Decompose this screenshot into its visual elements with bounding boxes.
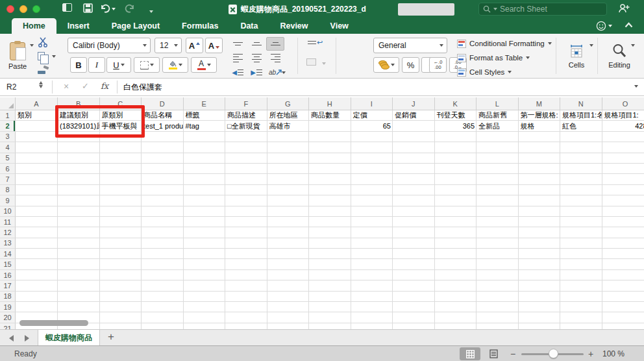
row-header-18[interactable]: 18 (0, 292, 16, 302)
cell-H14[interactable] (309, 249, 351, 259)
conditional-formatting-caret[interactable] (548, 42, 552, 45)
increase-font-size-button[interactable]: A (186, 38, 203, 53)
next-sheet-arrow[interactable] (25, 335, 29, 342)
cell-L2[interactable]: 全新品 (477, 121, 519, 131)
cell-D16[interactable] (142, 270, 184, 280)
cell-E2[interactable]: #tag (184, 121, 226, 131)
cell-D5[interactable] (142, 153, 184, 164)
cell-M9[interactable] (519, 195, 561, 206)
cell-K19[interactable] (435, 302, 477, 312)
cell-D8[interactable] (142, 185, 184, 195)
ribbon-tab-page-layout[interactable]: Page Layout (101, 18, 171, 34)
cell-E5[interactable] (184, 153, 226, 164)
cell-F20[interactable] (225, 312, 267, 323)
merge-center-button[interactable] (306, 58, 316, 66)
cell-M5[interactable] (519, 153, 561, 164)
cell-E7[interactable] (184, 174, 226, 184)
cell-G13[interactable] (267, 238, 310, 249)
cell-I15[interactable] (351, 259, 393, 269)
cell-B14[interactable] (58, 249, 100, 259)
cell-F10[interactable] (225, 206, 267, 217)
cell-I1[interactable]: 定價 (351, 110, 393, 121)
col-header-A[interactable]: A (16, 97, 58, 110)
cell-F18[interactable] (225, 292, 267, 302)
cell-G6[interactable] (267, 164, 310, 174)
cell-O7[interactable] (602, 174, 644, 184)
cell-F3[interactable] (225, 132, 267, 142)
cell-H17[interactable] (309, 280, 351, 291)
cell-D3[interactable] (142, 132, 184, 142)
cell-C19[interactable] (100, 302, 142, 312)
cell-H12[interactable] (309, 227, 351, 238)
cell-F15[interactable] (225, 259, 267, 269)
cell-O8[interactable] (602, 185, 644, 195)
col-header-F[interactable]: F (225, 97, 267, 110)
format-painter-button[interactable] (36, 65, 49, 75)
cell-C7[interactable] (100, 174, 142, 184)
cell-F19[interactable] (225, 302, 267, 312)
cell-I14[interactable] (351, 249, 393, 259)
cell-K12[interactable] (435, 227, 477, 238)
cell-G19[interactable] (267, 302, 310, 312)
cell-G4[interactable] (267, 142, 310, 153)
cell-M1[interactable]: 第一層規格: (519, 110, 561, 121)
cell-J18[interactable] (393, 292, 435, 302)
align-right-button[interactable] (266, 51, 284, 65)
paste-dropdown-caret[interactable] (30, 44, 34, 47)
cell-L1[interactable]: 商品新舊 (477, 110, 519, 121)
cell-D18[interactable] (142, 292, 184, 302)
cell-C4[interactable] (100, 142, 142, 153)
cell-J17[interactable] (393, 280, 435, 291)
cell-B1[interactable]: 建議類別 (58, 110, 100, 121)
zoom-in-button[interactable]: + (588, 349, 593, 359)
cell-I17[interactable] (351, 280, 393, 291)
cell-I12[interactable] (351, 227, 393, 238)
cell-E15[interactable] (184, 259, 226, 269)
cell-J4[interactable] (393, 142, 435, 153)
cell-B19[interactable] (58, 302, 100, 312)
zoom-window-button[interactable] (32, 5, 40, 13)
cell-N5[interactable] (560, 153, 602, 164)
align-left-button[interactable] (229, 51, 247, 65)
increase-indent-button[interactable]: ▶ (247, 66, 266, 79)
col-header-B[interactable]: B (58, 97, 100, 110)
cell-K14[interactable] (435, 249, 477, 259)
copy-dropdown-caret[interactable] (52, 55, 56, 58)
cell-O18[interactable] (602, 292, 644, 302)
cell-C16[interactable] (100, 270, 142, 280)
cell-K13[interactable] (435, 238, 477, 249)
collapse-ribbon-chevron-icon[interactable] (625, 22, 633, 28)
cell-F12[interactable] (225, 227, 267, 238)
cell-M17[interactable] (519, 280, 561, 291)
wrap-text-button[interactable]: ↩ (308, 38, 323, 47)
cell-A10[interactable] (16, 206, 58, 217)
row-header-2[interactable]: 2 (0, 121, 16, 131)
cell-M6[interactable] (519, 164, 561, 174)
cell-D15[interactable] (142, 259, 184, 269)
row-header-12[interactable]: 12 (0, 227, 16, 238)
enter-icon[interactable]: ✓ (82, 81, 89, 91)
feedback-smiley-icon[interactable] (596, 21, 612, 31)
cell-H21[interactable] (309, 323, 351, 329)
cell-I3[interactable] (351, 132, 393, 142)
row-header-19[interactable]: 19 (0, 302, 16, 312)
cell-G17[interactable] (267, 280, 310, 291)
cell-A15[interactable] (16, 259, 58, 269)
cell-F1[interactable]: 商品描述 (225, 110, 267, 121)
cell-E10[interactable] (184, 206, 226, 217)
number-format-combo[interactable]: General (373, 38, 447, 53)
cell-L3[interactable] (477, 132, 519, 142)
format-as-table-button[interactable]: Format as Table (457, 52, 530, 64)
bold-button[interactable]: B (70, 57, 87, 73)
cell-M19[interactable] (519, 302, 561, 312)
insert-function-icon[interactable]: fx (101, 81, 108, 91)
row-header-1[interactable]: 1 (0, 110, 16, 121)
cell-K15[interactable] (435, 259, 477, 269)
cell-J12[interactable] (393, 227, 435, 238)
row-header-8[interactable]: 8 (0, 185, 16, 195)
cell-J16[interactable] (393, 270, 435, 280)
cell-L19[interactable] (477, 302, 519, 312)
cell-A3[interactable] (16, 132, 58, 142)
cell-K8[interactable] (435, 185, 477, 195)
expand-formula-bar-caret[interactable] (634, 85, 638, 88)
